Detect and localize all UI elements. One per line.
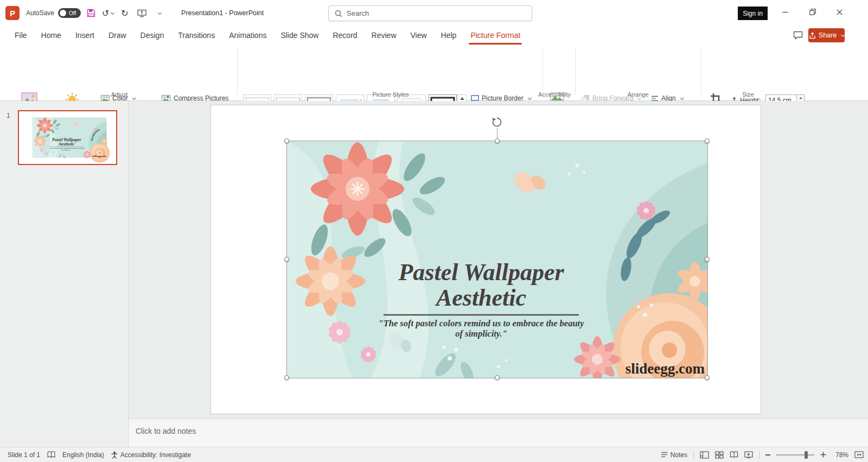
comment-icon — [793, 31, 803, 40]
powerpoint-app-icon[interactable]: P — [5, 6, 20, 20]
rotation-connector-line — [497, 128, 497, 139]
slideshow-icon — [744, 451, 753, 458]
close-icon — [837, 9, 843, 15]
share-label: Share — [819, 31, 837, 39]
tab-picture-format[interactable]: Picture Format — [463, 26, 527, 45]
search-box[interactable] — [328, 5, 532, 21]
sign-in-label: Sign in — [743, 10, 763, 17]
minimize-button[interactable] — [773, 0, 798, 24]
accessibility-status-label: Accessibility: Investigate — [120, 451, 191, 459]
fit-slide-to-window-button[interactable] — [854, 451, 864, 458]
picture-styles-group-label: Picture Styles — [239, 91, 542, 98]
resize-handle-bottom-left[interactable] — [284, 375, 289, 380]
ribbon-tab-row: File Home Insert Draw Design Transitions… — [0, 26, 868, 45]
document-title: Presentation1 - PowerPoint — [181, 9, 264, 17]
rotate-handle[interactable] — [491, 116, 503, 128]
tab-help[interactable]: Help — [434, 26, 464, 45]
status-bar: Slide 1 of 1 English (India) Accessibili… — [0, 447, 868, 462]
present-icon — [137, 9, 146, 17]
minus-icon — [765, 454, 770, 455]
save-button[interactable] — [85, 6, 98, 20]
notes-area[interactable]: Click to add notes — [129, 419, 868, 447]
comments-button[interactable] — [791, 29, 805, 42]
slide-1-thumbnail-image — [19, 111, 116, 164]
statusbar-separator — [759, 451, 760, 459]
undo-button[interactable]: ↺ — [101, 6, 114, 20]
zoom-level-label: 78% — [835, 451, 848, 459]
resize-handle-top-right[interactable] — [705, 138, 710, 143]
resize-handle-top-left[interactable] — [284, 138, 289, 143]
resize-handle-bottom-center[interactable] — [495, 375, 500, 380]
selected-picture[interactable] — [287, 141, 707, 378]
notes-toggle-button[interactable]: Notes — [661, 451, 687, 459]
tab-file[interactable]: File — [8, 26, 34, 45]
resize-handle-top-center[interactable] — [495, 138, 500, 143]
undo-icon: ↺ — [102, 8, 109, 18]
notes-toggle-label: Notes — [671, 451, 687, 459]
chevron-down-icon — [158, 10, 162, 14]
language-button[interactable]: English (India) — [62, 451, 104, 459]
redo-button[interactable]: ↻ — [118, 6, 131, 20]
zoom-slider-thumb[interactable] — [805, 451, 808, 459]
resize-handle-middle-left[interactable] — [284, 257, 289, 262]
slide-1-thumbnail[interactable] — [18, 110, 117, 165]
search-input[interactable] — [347, 9, 526, 17]
rotate-handle-icon — [491, 116, 503, 128]
size-group-label: Size — [694, 91, 802, 98]
tab-review[interactable]: Review — [365, 26, 404, 45]
autosave-toggle[interactable]: Off — [58, 8, 81, 18]
arrange-group-label: Arrange — [576, 91, 700, 98]
accessibility-checker-button[interactable]: Accessibility: Investigate — [111, 451, 191, 459]
slide-canvas[interactable] — [210, 105, 761, 414]
autosave-state: Off — [69, 10, 76, 16]
ribbon: Remove Background Corrections Color Arti… — [0, 45, 868, 101]
tab-record[interactable]: Record — [326, 26, 364, 45]
share-dropdown-icon[interactable] — [841, 33, 845, 36]
minimize-icon — [782, 9, 788, 15]
plus-icon — [820, 452, 826, 458]
search-icon — [335, 10, 342, 17]
share-button[interactable]: Share — [808, 28, 845, 42]
present-button[interactable] — [135, 6, 148, 20]
autosave-toggle-knob — [60, 10, 66, 16]
tab-insert[interactable]: Insert — [68, 26, 101, 45]
adjust-group-label: Adjust — [0, 91, 239, 98]
restore-icon — [809, 9, 816, 15]
tab-home[interactable]: Home — [34, 26, 68, 45]
sign-in-button[interactable]: Sign in — [738, 7, 768, 20]
zoom-slider[interactable] — [776, 454, 814, 455]
tab-draw[interactable]: Draw — [101, 26, 133, 45]
zoom-out-button[interactable] — [765, 454, 770, 455]
reading-view-button[interactable] — [730, 451, 738, 458]
autosave-label: AutoSave — [26, 9, 54, 17]
tab-view[interactable]: View — [404, 26, 434, 45]
share-icon — [809, 32, 816, 39]
restore-button[interactable] — [800, 0, 825, 24]
slide-indicator[interactable]: Slide 1 of 1 — [8, 451, 40, 459]
app-icon-letter: P — [10, 9, 15, 18]
tab-slide-show[interactable]: Slide Show — [273, 26, 326, 45]
slide-editor-area — [129, 101, 868, 419]
resize-handle-middle-right[interactable] — [705, 257, 710, 262]
tab-design[interactable]: Design — [133, 26, 171, 45]
slide-sorter-view-button[interactable] — [715, 451, 724, 459]
slide-number: 1 — [7, 112, 10, 119]
normal-view-icon — [700, 451, 709, 459]
tab-transitions[interactable]: Transitions — [171, 26, 222, 45]
zoom-in-button[interactable] — [820, 452, 826, 458]
resize-handle-bottom-right[interactable] — [705, 375, 710, 380]
notes-placeholder: Click to add notes — [136, 427, 196, 435]
statusbar-separator — [693, 451, 694, 459]
pastel-wallpaper-picture — [287, 141, 707, 378]
undo-dropdown-icon[interactable] — [111, 10, 114, 14]
zoom-level-button[interactable]: 78% — [832, 451, 848, 459]
tab-animations[interactable]: Animations — [222, 26, 273, 45]
fit-window-icon — [854, 451, 864, 458]
normal-view-button[interactable] — [700, 451, 709, 459]
language-label: English (India) — [62, 451, 104, 459]
spellcheck-button[interactable] — [47, 451, 55, 458]
close-button[interactable] — [827, 0, 852, 24]
customize-quick-access-button[interactable] — [152, 6, 165, 20]
slideshow-view-button[interactable] — [744, 451, 753, 458]
accessibility-person-icon — [111, 451, 118, 459]
